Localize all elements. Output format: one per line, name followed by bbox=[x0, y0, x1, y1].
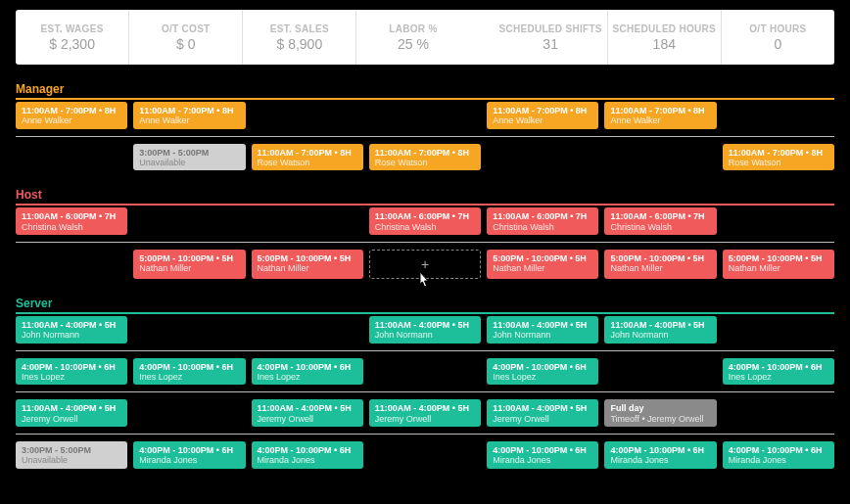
row-divider bbox=[16, 350, 834, 351]
role-header-manager: Manager bbox=[16, 82, 834, 100]
shift-anne-walker[interactable]: 11:00AM - 7:00PM • 8HAnne Walker bbox=[133, 102, 245, 129]
shift-ines-lopez[interactable]: 4:00PM - 10:00PM • 6HInes Lopez bbox=[487, 358, 598, 386]
row-divider bbox=[16, 136, 834, 137]
shift-ines-lopez[interactable]: 4:00PM - 10:00PM • 6HInes Lopez bbox=[252, 358, 363, 386]
shift-miranda-jones[interactable]: 4:00PM - 10:00PM • 6HMiranda Jones bbox=[252, 441, 363, 469]
stat-ot-cost: O/T COST $ 0 bbox=[129, 10, 243, 65]
shift-nathan-miller[interactable]: 5:00PM - 10:00PM • 5HNathan Miller bbox=[252, 250, 363, 279]
shift-unavailable[interactable]: 3:00PM - 5:00PMUnavailable bbox=[16, 441, 127, 469]
shift-jeremy-orwell[interactable]: 11:00AM - 4:00PM • 5HJeremy Orwell bbox=[487, 399, 598, 427]
shift-nathan-miller[interactable]: 5:00PM - 10:00PM • 5HNathan Miller bbox=[487, 250, 598, 279]
shift-john-normann[interactable]: 11:00AM - 4:00PM • 5HJohn Normann bbox=[487, 316, 598, 344]
shift-christina-walsh[interactable]: 11:00AM - 6:00PM • 7HChristina Walsh bbox=[369, 207, 481, 235]
stat-label: SCHEDULED HOURS bbox=[612, 23, 716, 34]
stat-scheduled-shifts: SCHEDULED SHIFTS 31 bbox=[494, 10, 608, 65]
host-grid: 11:00AM - 6:00PM • 7HChristina Walsh 11:… bbox=[16, 207, 834, 279]
shift-rose-watson[interactable]: 11:00AM - 7:00PM • 8HRose Watson bbox=[369, 144, 481, 171]
shift-rose-watson[interactable]: 11:00AM - 7:00PM • 8HRose Watson bbox=[723, 144, 834, 171]
stat-value: $ 8,900 bbox=[276, 36, 322, 52]
stat-value: 184 bbox=[653, 36, 676, 52]
shift-ines-lopez[interactable]: 4:00PM - 10:00PM • 6HInes Lopez bbox=[723, 358, 834, 386]
row-divider bbox=[16, 242, 834, 243]
role-header-server: Server bbox=[16, 297, 834, 314]
stat-label: SCHEDULED SHIFTS bbox=[498, 23, 601, 34]
shift-anne-walker[interactable]: 11:00AM - 7:00PM • 8HAnne Walker bbox=[16, 102, 127, 129]
stat-label: O/T COST bbox=[162, 23, 211, 34]
add-shift-button[interactable]: + bbox=[369, 250, 481, 279]
stat-label: O/T HOURS bbox=[749, 23, 806, 34]
shift-miranda-jones[interactable]: 4:00PM - 10:00PM • 6HMiranda Jones bbox=[133, 441, 245, 469]
shift-christina-walsh[interactable]: 11:00AM - 6:00PM • 7HChristina Walsh bbox=[16, 207, 127, 235]
manager-grid: 11:00AM - 7:00PM • 8HAnne Walker 11:00AM… bbox=[16, 102, 834, 170]
shift-christina-walsh[interactable]: 11:00AM - 6:00PM • 7HChristina Walsh bbox=[604, 207, 716, 235]
stat-label: EST. SALES bbox=[270, 23, 329, 34]
row-divider bbox=[16, 434, 834, 435]
shift-miranda-jones[interactable]: 4:00PM - 10:00PM • 6HMiranda Jones bbox=[487, 441, 598, 469]
shift-miranda-jones[interactable]: 4:00PM - 10:00PM • 6HMiranda Jones bbox=[604, 441, 716, 469]
stat-est-wages: EST. WAGES $ 2,300 bbox=[16, 10, 129, 65]
shift-anne-walker[interactable]: 11:00AM - 7:00PM • 8HAnne Walker bbox=[604, 102, 716, 129]
stat-labor-pct: LABOR % 25 % bbox=[356, 10, 493, 65]
stat-scheduled-hours: SCHEDULED HOURS 184 bbox=[608, 10, 722, 65]
shift-nathan-miller[interactable]: 5:00PM - 10:00PM • 5HNathan Miller bbox=[723, 250, 834, 279]
shift-unavailable[interactable]: 3:00PM - 5:00PMUnavailable bbox=[133, 144, 245, 171]
shift-ines-lopez[interactable]: 4:00PM - 10:00PM • 6HInes Lopez bbox=[133, 358, 245, 386]
shift-jeremy-orwell[interactable]: 11:00AM - 4:00PM • 5HJeremy Orwell bbox=[252, 399, 363, 427]
shift-john-normann[interactable]: 11:00AM - 4:00PM • 5HJohn Normann bbox=[369, 316, 481, 344]
stat-label: EST. WAGES bbox=[41, 23, 104, 34]
stat-value: 25 % bbox=[398, 36, 429, 52]
shift-anne-walker[interactable]: 11:00AM - 7:00PM • 8HAnne Walker bbox=[487, 102, 598, 129]
shift-miranda-jones[interactable]: 4:00PM - 10:00PM • 6HMiranda Jones bbox=[723, 441, 834, 469]
stat-value: $ 0 bbox=[176, 36, 195, 52]
stat-value: 31 bbox=[543, 36, 558, 52]
stats-bar: EST. WAGES $ 2,300 O/T COST $ 0 EST. SAL… bbox=[16, 10, 834, 65]
plus-icon: + bbox=[421, 256, 429, 272]
stat-value: 0 bbox=[775, 36, 782, 52]
shift-timeoff[interactable]: Full dayTimeoff • Jeremy Orwell bbox=[604, 399, 716, 427]
shift-jeremy-orwell[interactable]: 11:00AM - 4:00PM • 5HJeremy Orwell bbox=[369, 399, 481, 427]
shift-john-normann[interactable]: 11:00AM - 4:00PM • 5HJohn Normann bbox=[604, 316, 716, 344]
shift-jeremy-orwell[interactable]: 11:00AM - 4:00PM • 5HJeremy Orwell bbox=[16, 399, 127, 427]
shift-nathan-miller[interactable]: 5:00PM - 10:00PM • 5HNathan Miller bbox=[133, 250, 245, 279]
shift-john-normann[interactable]: 11:00AM - 4:00PM • 5HJohn Normann bbox=[16, 316, 127, 344]
row-divider bbox=[16, 391, 834, 392]
stat-ot-hours: O/T HOURS 0 bbox=[722, 10, 834, 65]
shift-nathan-miller[interactable]: 5:00PM - 10:00PM • 5HNathan Miller bbox=[604, 250, 716, 279]
pointer-cursor-icon bbox=[416, 270, 434, 292]
shift-christina-walsh[interactable]: 11:00AM - 6:00PM • 7HChristina Walsh bbox=[487, 207, 598, 235]
server-grid: 11:00AM - 4:00PM • 5HJohn Normann 11:00A… bbox=[16, 316, 834, 469]
shift-rose-watson[interactable]: 11:00AM - 7:00PM • 8HRose Watson bbox=[252, 144, 363, 171]
shift-ines-lopez[interactable]: 4:00PM - 10:00PM • 6HInes Lopez bbox=[16, 358, 127, 386]
stat-value: $ 2,300 bbox=[49, 36, 95, 52]
stat-est-sales: EST. SALES $ 8,900 bbox=[243, 10, 356, 65]
role-header-host: Host bbox=[16, 188, 834, 206]
stat-label: LABOR % bbox=[389, 23, 437, 34]
